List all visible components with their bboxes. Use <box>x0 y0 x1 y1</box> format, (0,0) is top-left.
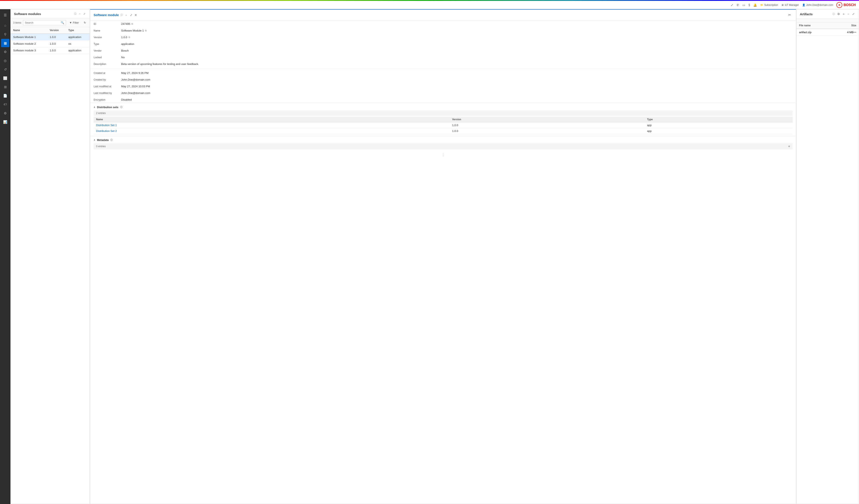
name-copy-icon[interactable]: ⧉ <box>145 29 147 32</box>
table-row[interactable]: Software module 31.0.0application <box>11 47 90 54</box>
detail-minimize-btn[interactable]: − <box>124 13 128 17</box>
version-copy-icon[interactable]: ⧉ <box>129 36 130 39</box>
search-input[interactable] <box>25 21 60 24</box>
user-menu[interactable]: 👤 John.Doe@domain.com <box>802 3 833 6</box>
created-by-label: Created by <box>90 76 120 83</box>
ds-cell-type: app <box>645 128 793 134</box>
sidebar-item-box[interactable]: ⬜ <box>1 74 10 82</box>
metadata-add-btn[interactable]: + <box>788 144 790 148</box>
sidebar-item-menu[interactable]: ☰ <box>1 11 10 19</box>
software-modules-tbody: Software Module 11.0.0applicationSoftwar… <box>11 34 90 54</box>
detail-close-btn[interactable]: ✕ <box>135 13 137 17</box>
list-item[interactable]: Distribution Set 21.0.0app <box>94 128 793 134</box>
name-value: Software Module 1 ⧉ <box>120 27 796 34</box>
metadata-entries-bar: 0 entries + <box>94 143 793 150</box>
search-icon[interactable]: 🔍 <box>61 21 64 24</box>
last-modified-by-value: John.Doe@domain.com <box>120 90 796 96</box>
sidebar-item-grid[interactable]: ▦ <box>1 39 10 47</box>
refresh-button[interactable]: ↻ <box>82 20 88 25</box>
sidebar-item-gear-bottom[interactable]: ⚙ <box>1 109 10 117</box>
software-module-detail-header: Software module ⓘ − ⤢ ✕ ✂ <box>90 10 796 20</box>
bell-icon[interactable]: 🔔 <box>753 3 757 7</box>
sidebar-item-target[interactable]: ◎ <box>1 56 10 65</box>
artifact-more-btn[interactable]: ••• <box>853 31 856 34</box>
id-label: ID <box>90 20 120 27</box>
table-row[interactable]: Software Module 11.0.0application <box>11 34 90 41</box>
artifacts-col-filename: File name <box>799 24 851 27</box>
artifacts-title: Artifacts <box>800 12 831 16</box>
software-modules-minimize-btn[interactable]: − <box>78 12 81 16</box>
sidebar-item-layers[interactable]: ⊞ <box>1 83 10 91</box>
ds-col-type: Type <box>645 117 793 122</box>
col-type: Type <box>66 27 90 34</box>
artifacts-add-btn[interactable]: + <box>842 12 845 16</box>
ds-link[interactable]: Distribution Set 2 <box>96 129 117 133</box>
distribution-sets-section-header: ∧ Distribution sets ⓘ <box>90 103 796 110</box>
table-cell-version: 1.0.0 <box>47 47 66 54</box>
detail-scroll-area: ID 247495 ⧉ Name Software Module 1 ⧉ Ver… <box>90 20 796 504</box>
software-modules-expand-btn[interactable]: ⤢ <box>82 12 86 16</box>
artifacts-panel: Artifacts ⓘ ⚙ + − ⤢ File name Size artif… <box>796 9 859 504</box>
description-label: Description <box>90 61 120 68</box>
encryption-label: Encryption <box>90 96 120 103</box>
list-item[interactable]: artifact.zip4 MB••• <box>797 29 859 36</box>
description-value: Beta version of upcoming features for te… <box>120 61 796 68</box>
col-name: Name <box>11 27 47 34</box>
table-cell-type: os <box>66 41 90 47</box>
sidebar-item-document[interactable]: 📄 <box>1 91 10 100</box>
ds-cell-name: Distribution Set 2 <box>94 128 450 134</box>
dist-chevron-icon[interactable]: ∧ <box>94 106 95 109</box>
phone-icon[interactable]: ✆ <box>737 3 739 7</box>
meta-chevron-icon[interactable]: ∧ <box>94 139 95 141</box>
dist-sets-info-icon: ⓘ <box>120 106 122 109</box>
artifacts-info-icon: ⓘ <box>832 13 835 16</box>
dollar-icon[interactable]: § <box>749 3 750 7</box>
layout-icon[interactable]: ▭ <box>742 3 745 7</box>
sidebar-item-settings[interactable]: ⚙ <box>1 48 10 56</box>
detail-expand-btn[interactable]: ⤢ <box>129 13 133 17</box>
metadata-info-icon: ⓘ <box>110 138 112 141</box>
table-cell-name: Software module 3 <box>11 47 47 54</box>
vendor-value: Bosch <box>120 47 796 54</box>
ds-col-name: Name <box>94 117 450 122</box>
table-row[interactable]: Software module 21.0.0os <box>11 41 90 47</box>
sidebar-item-chart[interactable]: 📊 <box>1 118 10 126</box>
locked-label: Locked <box>90 54 120 61</box>
artifacts-col-size: Size <box>851 24 856 27</box>
artifacts-table-header: File name Size <box>797 22 859 29</box>
subscription-link[interactable]: 📁 Subscription <box>760 3 778 6</box>
main-layout: ☰ ⌂ ⚲ ▦ ⚙ ◎ ↺ ⬜ ⊞ 📄 🏷 ⚙ 📊 Software modul… <box>0 9 859 504</box>
metadata-section-title: Metadata <box>97 138 109 141</box>
sidebar-item-tag[interactable]: 🏷 <box>1 100 10 109</box>
bosch-circle-icon: B <box>837 2 842 8</box>
id-copy-icon[interactable]: ⧉ <box>131 22 133 25</box>
settings-button[interactable]: ⚙ <box>89 20 90 25</box>
sidebar-item-search[interactable]: ⚲ <box>1 30 10 39</box>
filter-button[interactable]: ▼ Filter <box>68 20 81 25</box>
table-cell-type: application <box>66 34 90 41</box>
software-modules-info-icon: ⓘ <box>74 12 76 15</box>
list-item[interactable]: Distribution Set 11.0.0app <box>94 122 793 128</box>
sidebar-item-refresh[interactable]: ↺ <box>1 65 10 74</box>
artifact-size: 4 MB <box>847 31 853 34</box>
distribution-sets-tbody: Distribution Set 11.0.0appDistribution S… <box>94 122 793 134</box>
artifacts-rows: artifact.zip4 MB••• <box>797 29 859 36</box>
metadata-section-header: ∧ Metadata ⓘ <box>90 136 796 143</box>
share-icon[interactable]: ⤢ <box>731 3 733 7</box>
artifacts-expand-btn[interactable]: ⤢ <box>851 12 856 16</box>
artifacts-minimize-btn[interactable]: − <box>847 12 850 16</box>
distribution-sets-container: 2 entries Name Version Type Distribution… <box>90 110 796 136</box>
detail-grid: ID 247495 ⧉ Name Software Module 1 ⧉ Ver… <box>90 20 796 103</box>
table-cell-name: Software Module 1 <box>11 34 47 41</box>
distribution-sets-table: Name Version Type Distribution Set 11.0.… <box>94 117 793 134</box>
ds-cell-type: app <box>645 122 793 128</box>
sidebar-item-home[interactable]: ⌂ <box>1 21 10 30</box>
ds-cell-name: Distribution Set 1 <box>94 122 450 128</box>
artifacts-settings-btn[interactable]: ⚙ <box>837 12 841 16</box>
scroll-indicator: ⋮ <box>90 151 796 158</box>
software-modules-title: Software modules <box>14 12 73 16</box>
ds-link[interactable]: Distribution Set 1 <box>96 124 117 127</box>
vendor-label: Vendor <box>90 47 120 54</box>
iot-manager-link[interactable]: 🖥 IoT Manager <box>781 3 799 6</box>
edit-toggle-btn[interactable]: ✂ <box>786 12 793 18</box>
